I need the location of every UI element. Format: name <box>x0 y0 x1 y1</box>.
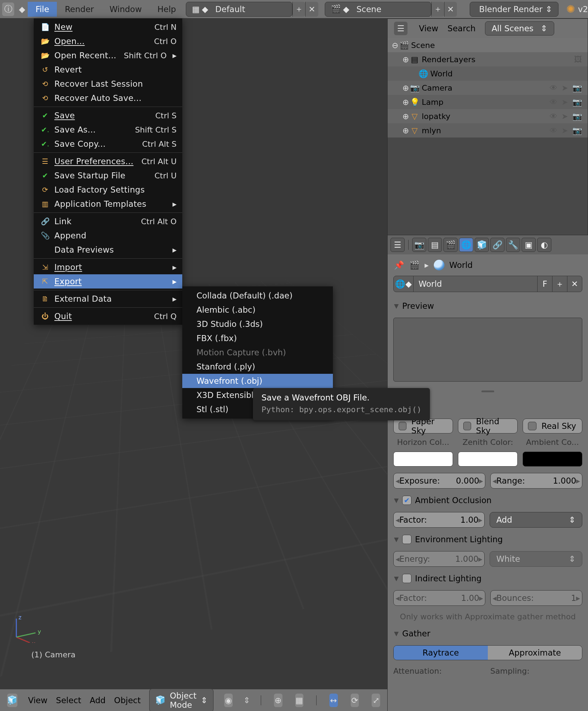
toggle-blend-sky[interactable]: Blend Sky <box>458 419 518 433</box>
outliner-row-renderlayers[interactable]: ⊕▤RenderLayers🖼 <box>388 52 588 66</box>
viewport-menu-select[interactable]: Select <box>56 696 81 705</box>
field-range[interactable]: ◂Range:1.000▸ <box>490 473 582 489</box>
tab-renderlayers-icon[interactable]: ▤ <box>428 238 442 252</box>
toggle-real-sky[interactable]: Real Sky <box>523 419 582 433</box>
tab-scene-icon[interactable]: 🎬 <box>443 238 458 252</box>
outliner-tree[interactable]: ⊖🎬Scene ⊕▤RenderLayers🖼 🌐World ⊕📷Camera👁… <box>388 38 588 138</box>
render-icon[interactable]: 📷 <box>572 84 582 92</box>
tab-render-icon[interactable]: 📷 <box>412 238 426 252</box>
export-obj[interactable]: Wavefront (.obj) <box>182 374 333 388</box>
menuitem-recover-last[interactable]: ⟲Recover Last Session <box>34 77 182 91</box>
menuitem-link[interactable]: 🔗LinkCtrl Alt O <box>34 214 182 228</box>
cursor-icon[interactable]: ➤ <box>562 126 568 135</box>
properties-editor-icon[interactable]: ☰ <box>390 238 405 252</box>
chevron-updown-icon[interactable]: ⇕ <box>243 696 250 705</box>
section-header-ind[interactable]: ▼Indirect Lighting <box>392 571 584 586</box>
swatch-zenith[interactable] <box>458 452 518 467</box>
export-alembic[interactable]: Alembic (.abc) <box>182 303 333 317</box>
eye-icon[interactable]: 👁 <box>550 126 557 135</box>
eye-icon[interactable]: 👁 <box>550 98 557 107</box>
cursor-icon[interactable]: ➤ <box>562 84 568 92</box>
menuitem-append[interactable]: 📎Append <box>34 228 182 243</box>
menuitem-recover-auto[interactable]: ⟲Recover Auto Save... <box>34 91 182 105</box>
menuitem-quit[interactable]: ⏻QuitCtrl Q <box>34 309 182 323</box>
menuitem-data-previews[interactable]: Data Previews▸ <box>34 243 182 257</box>
mode-dropdown[interactable]: 🧊 Object Mode ⇕ <box>149 689 214 711</box>
manipulator-scale-icon[interactable]: ⤢ <box>372 694 380 707</box>
checkbox-ao[interactable] <box>402 496 411 505</box>
menuitem-user-preferences[interactable]: ☰User Preferences...Ctrl Alt U <box>34 154 182 168</box>
outliner-row-mlyn[interactable]: ⊕▽mlyn👁➤📷 <box>388 123 588 138</box>
export-ply[interactable]: Stanford (.ply) <box>182 360 333 374</box>
render-icon[interactable]: 📷 <box>572 98 582 107</box>
gather-approximate[interactable]: Approximate <box>488 646 582 660</box>
menuitem-load-factory[interactable]: ⟳Load Factory Settings <box>34 183 182 197</box>
tab-data-icon[interactable]: ▣ <box>522 238 536 252</box>
delete-layout-button[interactable]: ✕ <box>305 2 318 17</box>
editor-type-chevron-icon[interactable]: ◆ <box>18 2 26 16</box>
tab-modifiers-icon[interactable]: 🔧 <box>506 238 520 252</box>
cursor-icon[interactable]: ➤ <box>562 98 568 107</box>
scene-chip-icon[interactable]: 🎬 <box>409 260 420 270</box>
image-icon[interactable]: 🖼 <box>574 55 582 64</box>
menu-render[interactable]: Render <box>57 2 102 17</box>
add-world-button[interactable]: ＋ <box>552 276 567 292</box>
manipulator-rotate-icon[interactable]: ⟳ <box>351 694 359 707</box>
menuitem-export[interactable]: ⇱Export▸ <box>34 274 182 289</box>
tab-object-icon[interactable]: 🧊 <box>475 238 489 252</box>
viewport-menu-add[interactable]: Add <box>90 696 106 705</box>
tab-constraints-icon[interactable]: 🔗 <box>490 238 505 252</box>
menuitem-save-as[interactable]: ✔.Save As...Shift Ctrl S <box>34 123 182 137</box>
outliner-menu-view[interactable]: View <box>419 24 438 33</box>
section-header-preview[interactable]: ▼Preview <box>392 298 584 313</box>
menuitem-open[interactable]: 📂Open...Ctrl O <box>34 34 182 48</box>
eye-icon[interactable]: 👁 <box>550 112 557 121</box>
gather-mode-segment[interactable]: Raytrace Approximate <box>393 645 582 660</box>
menuitem-new[interactable]: 📄NewCtrl N <box>34 20 182 34</box>
render-engine-dropdown[interactable]: Blender Render ⇕ <box>470 2 559 17</box>
tab-world-icon[interactable]: 🌐 <box>459 238 473 252</box>
menu-file[interactable]: File <box>28 2 57 17</box>
shading-solid-icon[interactable]: ◉ <box>224 694 233 707</box>
menuitem-external-data[interactable]: 🗎External Data▸ <box>34 292 182 306</box>
outliner-row-lopatky[interactable]: ⊕▽lopatky👁➤📷 <box>388 109 588 123</box>
menuitem-import[interactable]: ⇲Import▸ <box>34 260 182 274</box>
tab-material-icon[interactable]: ◐ <box>537 238 551 252</box>
outliner-editor-icon[interactable]: ☰ <box>394 22 408 35</box>
render-icon[interactable]: 📷 <box>572 112 582 121</box>
field-exposure[interactable]: ◂Exposure:0.000▸ <box>393 473 485 489</box>
screen-layout-dropdown[interactable]: ▦◆ Default <box>186 2 292 17</box>
world-datablock-field[interactable]: 🌐◆ World F ＋ ✕ <box>393 276 582 292</box>
viewport-menu-object[interactable]: Object <box>114 696 141 705</box>
outliner-row-world[interactable]: 🌐World <box>388 66 588 81</box>
export-3ds[interactable]: 3D Studio (.3ds) <box>182 317 333 331</box>
gather-raytrace[interactable]: Raytrace <box>394 646 488 660</box>
export-collada[interactable]: Collada (Default) (.dae) <box>182 289 333 303</box>
checkbox-ind[interactable] <box>402 574 411 583</box>
render-icon[interactable]: 📷 <box>572 126 582 135</box>
swatch-ambient[interactable] <box>523 452 582 467</box>
outliner-row-camera[interactable]: ⊕📷Camera👁➤📷 <box>388 81 588 95</box>
field-ao-factor[interactable]: ◂Factor:1.00▸ <box>393 512 485 528</box>
section-header-gather[interactable]: ▼Gather <box>392 626 584 641</box>
menuitem-save-startup[interactable]: ✔Save Startup FileCtrl U <box>34 168 182 183</box>
viewport-menu-view[interactable]: View <box>28 696 48 705</box>
cursor-icon[interactable]: ➤ <box>562 112 568 121</box>
scene-dropdown[interactable]: 🎬◆ Scene <box>325 2 431 17</box>
manipulator-translate-icon[interactable]: ↔ <box>329 694 338 707</box>
menuitem-save[interactable]: ✔SaveCtrl S <box>34 108 182 123</box>
pivot-icon[interactable]: ⊕ <box>274 694 282 707</box>
menuitem-save-copy[interactable]: ✔.Save Copy...Ctrl Alt S <box>34 137 182 151</box>
world-name-field[interactable]: World <box>414 279 537 289</box>
add-scene-button[interactable]: ＋ <box>431 2 444 17</box>
outliner-filter-dropdown[interactable]: All Scenes ⇕ <box>485 21 554 36</box>
fake-user-button[interactable]: F <box>537 276 552 292</box>
info-editor-icon[interactable]: ⓘ <box>2 2 14 16</box>
section-header-ao[interactable]: ▼Ambient Occlusion <box>392 493 584 508</box>
outliner-menu-search[interactable]: Search <box>448 24 476 33</box>
dropdown-ao-mode[interactable]: Add⇕ <box>490 512 582 528</box>
outliner-row-lamp[interactable]: ⊕💡Lamp👁➤📷 <box>388 95 588 109</box>
menu-help[interactable]: Help <box>150 2 184 17</box>
export-fbx[interactable]: FBX (.fbx) <box>182 331 333 345</box>
unlink-world-button[interactable]: ✕ <box>567 276 582 292</box>
